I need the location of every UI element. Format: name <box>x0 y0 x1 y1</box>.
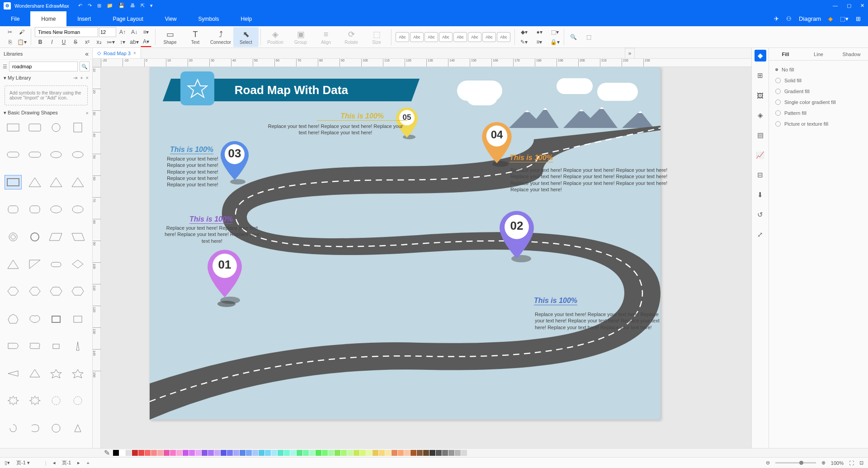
shape-item[interactable] <box>26 366 43 381</box>
shape-item[interactable] <box>47 175 65 189</box>
shape-item[interactable] <box>69 230 86 244</box>
color-swatch[interactable] <box>157 450 163 456</box>
fill-option-solid[interactable]: Solid fill <box>769 75 868 86</box>
color-swatch[interactable] <box>202 450 208 456</box>
style-chip[interactable]: Abc <box>453 32 467 42</box>
line-spacing-icon[interactable]: ↕▾ <box>117 37 128 47</box>
fill-option-none[interactable]: No fill <box>769 64 868 75</box>
roadmap-pin[interactable]: 01 <box>205 249 245 298</box>
color-swatch[interactable] <box>138 450 144 456</box>
shape-item[interactable] <box>69 257 86 271</box>
my-library-section[interactable]: ▾ My Library ⇥ + × <box>0 73 92 83</box>
increase-font-icon[interactable]: A↑ <box>117 27 128 37</box>
shadow-icon[interactable]: ●▾ <box>534 27 545 37</box>
menu-home[interactable]: Home <box>30 11 66 26</box>
style-chip[interactable]: Abc <box>410 32 424 42</box>
color-swatch[interactable] <box>322 450 328 456</box>
canvas-scroll[interactable]: Road Map With Data 01This is 100%Replace… <box>101 67 751 448</box>
shape-item[interactable] <box>26 230 43 244</box>
menu-help[interactable]: Help <box>230 11 263 26</box>
roadmap-pin[interactable]: 02 <box>497 210 537 260</box>
position-button[interactable]: ◈Position <box>263 27 288 47</box>
shape-item[interactable] <box>69 175 86 189</box>
subscript-icon[interactable]: x₂ <box>94 37 104 47</box>
style-chip[interactable]: Abc <box>439 32 453 42</box>
new-icon[interactable]: ⊞ <box>97 3 101 9</box>
color-swatch[interactable] <box>347 450 353 456</box>
format-painter-icon[interactable]: 🖌 <box>16 27 27 37</box>
color-swatch[interactable] <box>189 450 195 456</box>
cloud-shape[interactable] <box>557 78 593 94</box>
color-swatch[interactable] <box>410 450 416 456</box>
color-swatch[interactable] <box>265 450 271 456</box>
color-swatch[interactable] <box>259 450 264 456</box>
lock-icon[interactable]: 🔒▾ <box>549 37 560 47</box>
zoom-value[interactable]: 100% <box>831 460 844 466</box>
color-swatch[interactable] <box>233 450 239 456</box>
shape-item[interactable] <box>5 339 22 353</box>
shape-item[interactable] <box>69 393 86 408</box>
color-swatch[interactable] <box>404 450 410 456</box>
shape-item[interactable] <box>26 120 43 135</box>
table-panel-icon[interactable]: ⊟ <box>755 169 766 181</box>
font-color-icon[interactable]: A▾ <box>141 37 151 47</box>
document-tab[interactable]: ◇ Road Map 3 × <box>93 48 141 58</box>
filter-icon[interactable]: ☰ <box>3 64 7 70</box>
prev-page-icon[interactable]: ◂ <box>53 460 56 466</box>
roadmap-pin[interactable]: 04 <box>480 121 514 164</box>
export-icon[interactable]: ⇱ <box>141 3 145 9</box>
pin-heading[interactable]: This is 100% <box>534 297 577 305</box>
shape-item[interactable] <box>5 147 22 162</box>
paste-icon[interactable]: 📋▾ <box>16 37 27 47</box>
shape-item[interactable] <box>26 421 43 435</box>
color-swatch[interactable] <box>448 450 454 456</box>
cut-icon[interactable]: ✂ <box>5 27 15 37</box>
shape-item[interactable] <box>5 312 22 326</box>
pin-heading[interactable]: This is 100% <box>509 154 553 162</box>
select-button[interactable]: ⬉Select <box>233 27 259 47</box>
send-icon[interactable]: ✈ <box>774 15 779 22</box>
color-swatch[interactable] <box>170 450 176 456</box>
pin-body-text[interactable]: Replace your text here! Replace your tex… <box>510 167 673 193</box>
collapse-sidebar-icon[interactable]: « <box>85 50 89 57</box>
shape-item[interactable] <box>26 147 43 162</box>
cloud-shape[interactable] <box>597 83 638 101</box>
shape-item[interactable] <box>5 175 22 189</box>
pin-heading[interactable]: This is 100% <box>317 112 407 121</box>
pin-body-text[interactable]: Replace your text here! Replace your tex… <box>159 156 226 188</box>
add-icon[interactable]: + <box>80 75 83 81</box>
color-swatch[interactable] <box>119 450 125 456</box>
color-swatch[interactable] <box>328 450 334 456</box>
color-swatch[interactable] <box>297 450 302 456</box>
style-chip[interactable]: Abc <box>482 32 496 42</box>
menu-symbols[interactable]: Symbols <box>188 11 230 26</box>
page-panel-icon[interactable]: ▤ <box>755 129 766 141</box>
color-swatch[interactable] <box>335 450 340 456</box>
underline-icon[interactable]: U <box>58 37 69 47</box>
bold-icon[interactable]: B <box>35 37 46 47</box>
layers-panel-icon[interactable]: ◈ <box>755 109 766 121</box>
shadow-tab[interactable]: Shadow <box>835 48 868 60</box>
connector-button[interactable]: ⤴Connector <box>208 27 233 47</box>
color-swatch[interactable] <box>309 450 315 456</box>
style-panel-icon[interactable]: ◆ <box>755 50 766 61</box>
color-swatch[interactable] <box>221 450 226 456</box>
import-icon[interactable]: ⇥ <box>73 75 77 81</box>
shape-item[interactable] <box>69 339 86 353</box>
image-panel-icon[interactable]: 🖼 <box>755 90 766 101</box>
eyedropper-icon[interactable]: ✎ <box>104 449 110 457</box>
pin-body-text[interactable]: Replace your text here! Replace your tex… <box>268 123 403 136</box>
fill-tab[interactable]: Fill <box>769 48 802 60</box>
decrease-font-icon[interactable]: A↓ <box>129 27 140 37</box>
undo-icon[interactable]: ↶ <box>78 3 82 9</box>
shape-item[interactable] <box>69 366 86 381</box>
add-page-icon[interactable]: + <box>86 460 89 466</box>
shape-item[interactable] <box>26 339 43 353</box>
menu-insert[interactable]: Insert <box>66 11 102 26</box>
banner-logo[interactable] <box>180 71 214 105</box>
minimize-icon[interactable]: — <box>833 3 838 9</box>
find-icon[interactable]: 🔍 <box>568 32 579 42</box>
superscript-icon[interactable]: x² <box>82 37 93 47</box>
close-tab-icon[interactable]: × <box>133 51 136 56</box>
color-swatch[interactable] <box>392 450 397 456</box>
